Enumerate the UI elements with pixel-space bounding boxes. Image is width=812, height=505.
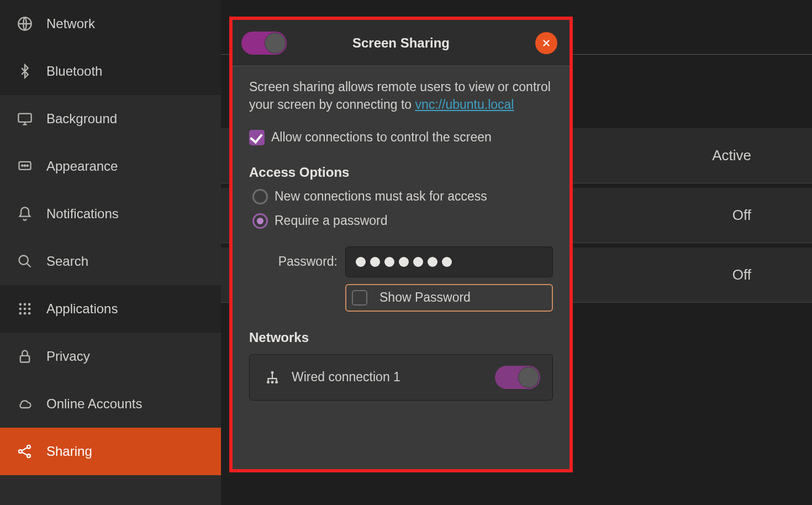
dialog-title: Screen Sharing <box>352 35 450 51</box>
network-row: Wired connection 1 <box>250 355 552 400</box>
row-status: Off <box>732 266 751 283</box>
lock-icon <box>17 348 33 365</box>
dialog-header: Screen Sharing <box>233 20 570 66</box>
networks-heading: Networks <box>249 328 553 346</box>
display-icon <box>17 111 33 127</box>
wired-icon <box>265 370 280 385</box>
svg-point-3 <box>22 165 23 166</box>
svg-point-4 <box>24 165 25 166</box>
svg-point-14 <box>24 312 27 315</box>
allow-control-checkbox[interactable] <box>249 130 265 145</box>
grid-icon <box>17 301 33 317</box>
share-icon <box>17 443 33 460</box>
sidebar-item-background[interactable]: Background <box>0 95 221 143</box>
network-name: Wired connection 1 <box>292 369 400 386</box>
sidebar-item-sharing[interactable]: Sharing <box>0 428 221 475</box>
bell-icon <box>17 206 33 222</box>
password-input[interactable] <box>345 246 553 277</box>
cloud-icon <box>17 396 33 412</box>
dialog-description: Screen sharing allows remote users to vi… <box>249 78 553 113</box>
sidebar-item-label: Search <box>46 254 88 269</box>
svg-point-13 <box>19 312 22 315</box>
sidebar-item-label: Bluetooth <box>46 64 102 79</box>
svg-point-10 <box>19 308 22 311</box>
row-status: Off <box>732 207 751 224</box>
globe-icon <box>17 15 33 32</box>
sidebar-item-privacy[interactable]: Privacy <box>0 333 221 380</box>
password-label: Password: <box>260 253 338 271</box>
sidebar-item-network[interactable]: Network <box>0 0 221 48</box>
sidebar-item-bluetooth[interactable]: Bluetooth <box>0 48 221 95</box>
allow-control-row[interactable]: Allow connections to control the screen <box>249 129 553 146</box>
sidebar-item-online-accounts[interactable]: Online Accounts <box>0 380 221 428</box>
networks-list: Wired connection 1 <box>249 354 553 401</box>
network-toggle[interactable] <box>495 366 540 389</box>
svg-point-15 <box>28 312 31 315</box>
radio-ask-label: New connections must ask for access <box>275 188 487 206</box>
appearance-icon <box>17 158 33 175</box>
svg-point-8 <box>24 303 27 306</box>
svg-rect-1 <box>18 114 31 122</box>
svg-point-7 <box>19 303 22 306</box>
svg-rect-16 <box>20 356 29 362</box>
screen-sharing-master-toggle[interactable] <box>241 31 287 55</box>
allow-control-label: Allow connections to control the screen <box>271 129 492 146</box>
svg-rect-23 <box>275 381 277 383</box>
svg-point-9 <box>28 303 31 306</box>
password-mask-dots <box>356 257 452 267</box>
sidebar-item-label: Applications <box>46 301 118 317</box>
sidebar-item-applications[interactable]: Applications <box>0 285 221 333</box>
row-status: Active <box>712 147 751 164</box>
svg-rect-21 <box>267 381 269 383</box>
settings-sidebar: Network Bluetooth Background Appearance … <box>0 0 221 505</box>
svg-point-6 <box>19 256 28 265</box>
access-options-heading: Access Options <box>249 163 553 181</box>
search-icon <box>17 253 33 270</box>
svg-point-5 <box>27 165 28 166</box>
vnc-link[interactable]: vnc://ubuntu.local <box>415 97 514 112</box>
show-password-label: Show Password <box>379 289 471 307</box>
sidebar-item-label: Sharing <box>46 444 92 459</box>
sidebar-item-label: Background <box>46 111 117 127</box>
sidebar-item-notifications[interactable]: Notifications <box>0 190 221 238</box>
radio-ask-indicator[interactable] <box>252 189 268 204</box>
svg-point-11 <box>24 308 27 311</box>
screen-sharing-dialog: Screen Sharing Screen sharing allows rem… <box>233 20 570 469</box>
radio-require-password[interactable]: Require a password <box>252 212 553 230</box>
show-password-row[interactable]: Show Password <box>345 284 553 312</box>
radio-password-indicator[interactable] <box>252 213 268 229</box>
sidebar-item-label: Appearance <box>46 159 118 174</box>
radio-ask-access[interactable]: New connections must ask for access <box>252 188 553 206</box>
svg-rect-22 <box>271 381 273 383</box>
sidebar-item-appearance[interactable]: Appearance <box>0 143 221 190</box>
sidebar-item-label: Privacy <box>46 349 90 364</box>
svg-point-12 <box>28 308 31 311</box>
sidebar-item-label: Online Accounts <box>46 396 142 412</box>
sidebar-item-label: Notifications <box>46 206 119 222</box>
sidebar-item-label: Network <box>46 16 95 31</box>
svg-rect-20 <box>271 371 273 374</box>
show-password-checkbox[interactable] <box>352 290 367 306</box>
bluetooth-icon <box>17 63 33 80</box>
close-button[interactable] <box>535 32 557 54</box>
radio-password-label: Require a password <box>275 212 388 230</box>
sidebar-item-search[interactable]: Search <box>0 238 221 285</box>
